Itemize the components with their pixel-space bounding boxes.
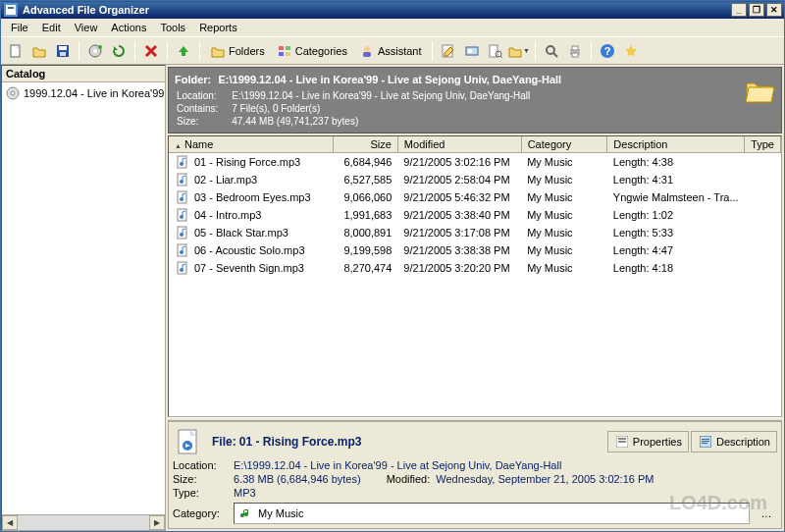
card-icon xyxy=(464,43,480,59)
scroll-track[interactable] xyxy=(18,515,149,530)
cell-size: 9,066,060 xyxy=(333,188,397,206)
col-type[interactable]: Type xyxy=(745,136,781,153)
svg-rect-46 xyxy=(618,438,626,440)
table-row[interactable]: 04 - Intro.mp31,991,6839/21/2005 3:38:40… xyxy=(169,206,781,224)
detail-type-label: Type: xyxy=(173,487,228,499)
cell-category: My Music xyxy=(521,171,607,188)
folder-contains-label: Contains: xyxy=(177,103,230,114)
svg-rect-2 xyxy=(8,7,14,9)
svg-rect-47 xyxy=(618,441,626,443)
col-modified[interactable]: Modified xyxy=(397,136,521,153)
cell-name: 01 - Rising Force.mp3 xyxy=(194,156,300,168)
menu-view[interactable]: View xyxy=(69,20,104,35)
table-row[interactable]: 03 - Bedroom Eyes.mp39,066,0609/21/2005 … xyxy=(169,188,781,206)
view-mode-button[interactable]: ▼ xyxy=(508,40,530,62)
cell-modified: 9/21/2005 3:38:38 PM xyxy=(397,241,521,259)
page-search-icon xyxy=(488,43,503,59)
menu-file[interactable]: File xyxy=(5,20,34,35)
folders-label: Folders xyxy=(229,45,265,57)
svg-rect-23 xyxy=(572,46,578,50)
edit-item-button[interactable] xyxy=(438,40,459,62)
detail-mod-label: Modified: xyxy=(387,473,431,485)
minimize-button[interactable]: _ xyxy=(731,3,747,17)
titlebar-text: Advanced File Organizer xyxy=(23,4,149,16)
cell-name: 06 - Acoustic Solo.mp3 xyxy=(194,244,305,256)
folder-size-label: Size: xyxy=(177,116,230,127)
disk-add-icon xyxy=(87,43,103,59)
cell-modified: 9/21/2005 3:02:16 PM xyxy=(397,153,521,172)
delete-button[interactable] xyxy=(140,40,162,62)
folder-title: E:\1999.12.04 - Live in Korea'99 - Live … xyxy=(219,74,562,85)
folders-toggle[interactable]: Folders xyxy=(205,40,270,62)
add-disk-button[interactable] xyxy=(84,40,106,62)
card-button[interactable] xyxy=(461,40,483,62)
cell-category: My Music xyxy=(521,206,607,224)
menu-tools[interactable]: Tools xyxy=(154,20,191,35)
about-button[interactable] xyxy=(620,40,642,62)
search-button[interactable] xyxy=(541,40,562,62)
refresh-icon xyxy=(111,43,127,59)
category-field[interactable]: My Music xyxy=(234,503,750,524)
refresh-button[interactable] xyxy=(108,40,130,62)
col-category[interactable]: Category xyxy=(521,136,607,153)
print-button[interactable] xyxy=(564,40,586,62)
cell-name: 02 - Liar.mp3 xyxy=(194,174,257,186)
table-row[interactable]: 01 - Rising Force.mp36,684,9469/21/2005 … xyxy=(169,153,781,172)
catalog-tree[interactable]: 1999.12.04 - Live in Korea'99 - Live a xyxy=(2,82,165,514)
folder-prefix: Folder: xyxy=(175,74,211,85)
tree-item[interactable]: 1999.12.04 - Live in Korea'99 - Live a xyxy=(4,84,163,102)
tab-properties[interactable]: Properties xyxy=(607,431,689,452)
help-button[interactable]: ? xyxy=(597,40,618,62)
toolbar: Folders Categories Assistant ▼ ? xyxy=(1,37,784,65)
assistant-toggle[interactable]: Assistant xyxy=(354,40,427,62)
table-row[interactable]: 02 - Liar.mp36,527,5859/21/2005 2:58:04 … xyxy=(169,171,781,188)
menubar: File Edit View Actions Tools Reports xyxy=(1,19,784,37)
folder-contains: 7 File(s), 0 Folder(s) xyxy=(232,103,542,114)
svg-rect-51 xyxy=(702,443,707,444)
category-browse-button[interactable]: … xyxy=(756,503,777,524)
menu-actions[interactable]: Actions xyxy=(105,20,152,35)
categories-toggle[interactable]: Categories xyxy=(272,40,352,62)
save-icon xyxy=(55,43,71,59)
open-button[interactable] xyxy=(28,40,50,62)
col-size[interactable]: Size xyxy=(333,136,397,153)
col-name[interactable]: ▲ Name xyxy=(169,136,333,153)
assistant-label: Assistant xyxy=(378,45,422,57)
svg-rect-15 xyxy=(363,52,371,57)
detail-mod: Wednesday, September 21, 2005 3:02:16 PM xyxy=(436,473,654,485)
menu-reports[interactable]: Reports xyxy=(193,20,243,35)
scroll-right-icon[interactable]: ▶ xyxy=(149,515,165,530)
col-description[interactable]: Description xyxy=(607,136,745,153)
detail-cat-label: Category: xyxy=(173,507,228,519)
mp3-icon xyxy=(175,260,190,276)
cell-size: 9,199,598 xyxy=(333,241,397,259)
folder-header: Folder: E:\1999.12.04 - Live in Korea'99… xyxy=(168,67,782,133)
cell-modified: 9/21/2005 3:38:40 PM xyxy=(397,206,521,224)
help-icon: ? xyxy=(600,43,615,59)
maximize-button[interactable]: ❐ xyxy=(749,3,764,17)
mp3-icon xyxy=(175,154,190,170)
scroll-left-icon[interactable]: ◀ xyxy=(2,515,18,530)
up-button[interactable] xyxy=(173,40,194,62)
folder-loc: E:\1999.12.04 - Live in Korea'99 - Live … xyxy=(232,90,542,101)
save-button[interactable] xyxy=(52,40,74,62)
cell-description: Length: 4:38 xyxy=(607,153,745,172)
table-row[interactable]: 07 - Seventh Sign.mp38,270,4749/21/2005 … xyxy=(169,259,781,277)
svg-rect-50 xyxy=(702,441,709,442)
cell-type xyxy=(745,171,781,188)
mp3-icon xyxy=(175,225,190,240)
cell-name: 07 - Seventh Sign.mp3 xyxy=(194,262,304,274)
sidebar-scrollbar[interactable]: ◀ ▶ xyxy=(2,514,165,530)
file-list[interactable]: ▲ Name Size Modified Category Descriptio… xyxy=(168,135,782,417)
tab-description[interactable]: Description xyxy=(691,431,777,452)
svg-point-28 xyxy=(11,91,15,95)
table-row[interactable]: 06 - Acoustic Solo.mp39,199,5989/21/2005… xyxy=(169,241,781,259)
table-row[interactable]: 05 - Black Star.mp38,000,8919/21/2005 3:… xyxy=(169,224,781,241)
mp3-icon xyxy=(175,172,190,187)
new-button[interactable] xyxy=(5,40,26,62)
folder-icon xyxy=(210,43,226,59)
close-button[interactable]: ✕ xyxy=(766,3,782,17)
zoom-page-button[interactable] xyxy=(485,40,506,62)
menu-edit[interactable]: Edit xyxy=(36,20,67,35)
cell-name: 04 - Intro.mp3 xyxy=(194,209,261,221)
